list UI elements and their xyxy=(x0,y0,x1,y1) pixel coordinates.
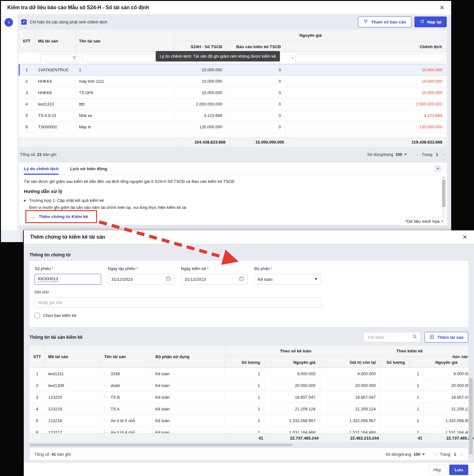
cell-asset-code: TS000002 xyxy=(35,121,76,132)
cell-asset-code: 1VATKIENTRUC xyxy=(35,64,76,75)
report-check-modal: Kiểm tra dữ liệu báo cáo Mẫu số S24-H - … xyxy=(1,1,451,230)
close-icon[interactable]: × xyxy=(440,4,444,11)
cell-s24h-value: 15.000.000 xyxy=(174,87,227,98)
cell-diff-value: 10.000.000 xyxy=(286,64,447,75)
search-icon[interactable] xyxy=(412,334,417,340)
cell-report-value: 0 xyxy=(227,133,286,137)
cell-asset-code: test1311 xyxy=(45,368,101,379)
cell-asset-name: 1 xyxy=(76,64,174,75)
asset-table-row[interactable]: 5 123218 Xe ô tô 5 chỗ Kế toán 1 1.332.0… xyxy=(29,415,468,427)
next-page-button[interactable]: › xyxy=(442,152,445,157)
ngay-kiem-ke-field: Ngày kiểm kê* 31/12/2023 xyxy=(181,266,248,285)
demo-data-watermark: *Dữ liệu minh họa xyxy=(401,218,447,225)
report-modal-title: Kiểm tra dữ liệu báo cáo Mẫu số S24-H - … xyxy=(7,5,149,10)
refresh-icon xyxy=(420,19,425,25)
cell-stt: 2 xyxy=(29,380,45,391)
vertical-scrollbar[interactable] xyxy=(469,378,473,454)
ban-kiem-ke-checkbox[interactable]: Chọn ban kiểm kê xyxy=(35,313,463,318)
col-group-nguyen-gia: Nguyên giá S24H - Sổ TSCĐ Báo cáo kiểm k… xyxy=(174,30,447,52)
tree-indent-icon xyxy=(104,371,108,374)
add-inventory-doc-link[interactable]: Thêm chứng từ Kiểm kê xyxy=(39,214,88,219)
asset-table-row[interactable]: 1 test1311 3338 Kế toán 1 9.000.000 9.00… xyxy=(29,368,468,380)
cell-asset-name: TS B xyxy=(101,391,152,403)
cell-qty-inv: 1 xyxy=(380,368,424,379)
asset-table-row[interactable]: 4 123219 TS A Kế toán 1 21.209.124 21.20… xyxy=(29,403,468,415)
per-page-label: Số dòng/trang xyxy=(385,452,411,457)
cell-asset-name: Máy in xyxy=(76,121,174,132)
report-table-row[interactable]: 2 HHKK4 máy tính 1111 10.000.000 0 10.00… xyxy=(19,76,447,87)
scrollbar-thumb[interactable] xyxy=(442,180,445,207)
report-table-row[interactable]: 4 test1310 ttttt 2.000.000.000 0 2.000.0… xyxy=(19,99,447,110)
asset-table-row[interactable]: 3 123220 TS B Kế toán 1 18.657.047 18.65… xyxy=(29,391,468,403)
cell-remaining: 1.531.164.468 xyxy=(320,427,380,433)
asset-search-input[interactable] xyxy=(367,335,412,340)
tab-lich-su-bien-dong[interactable]: Lịch sử biến động xyxy=(70,166,107,175)
page-label: Trang xyxy=(422,152,432,157)
tab-ly-do-chenh-lech[interactable]: Lý do chênh lệch xyxy=(24,166,59,175)
col-stt: STT xyxy=(19,30,35,52)
add-asset-button[interactable]: Thêm tài sản xyxy=(425,332,468,343)
save-button[interactable]: Lưu xyxy=(449,465,468,475)
inventory-modal-header: Thêm chứng từ kiểm kê tài sản × xyxy=(24,230,474,244)
cell-qty-inv: 1 xyxy=(380,415,424,426)
per-page-select[interactable]: 100 xyxy=(395,152,407,157)
cell-stt: 7 xyxy=(19,133,35,137)
cell-cost-acc: 20.000.000 xyxy=(265,380,320,391)
cell-dept: Kế toán xyxy=(152,391,225,403)
cell-diff-value: 15.000.000 xyxy=(286,87,447,98)
caret-down-icon[interactable] xyxy=(441,221,444,222)
prev-page-button[interactable]: ‹ xyxy=(434,452,438,457)
report-table-row[interactable]: 3 HHKK6 TS DFK 15.000.000 0 15.000.000 xyxy=(19,87,447,99)
bo-phan-field: Bộ phận* Kế toán xyxy=(254,266,321,285)
calendar-icon[interactable] xyxy=(166,276,171,282)
ghi-chu-input[interactable] xyxy=(35,297,321,307)
expand-panel-button[interactable]: › xyxy=(4,18,13,27)
checkbox-checked-icon: ✓ xyxy=(21,19,27,25)
reload-button[interactable]: Nạp lại xyxy=(414,16,447,27)
add-inventory-doc-highlight[interactable]: → Thêm chứng từ Kiểm kê xyxy=(25,210,97,223)
cell-asset-name: Nhà xe xyxy=(76,110,174,121)
current-page: 1 xyxy=(434,152,439,157)
close-icon[interactable]: × xyxy=(463,233,467,241)
report-table-row[interactable]: 5 TS-5.9.23 Nhà xe 4.123.668 0 4.123.668 xyxy=(19,110,447,121)
cell-cost-inv: 9.000.000 xyxy=(424,368,468,379)
panel-scrollbar[interactable]: ▲ xyxy=(442,176,446,222)
col-name: Tên tài sản xyxy=(76,30,174,52)
report-table-row[interactable]: 7 TS000004.01 Máy in 225.000.000 0 225.0… xyxy=(19,133,447,137)
asset-table-row[interactable]: 2 test1309 dsdd Kế toán 1 20.000.000 20.… xyxy=(29,380,468,391)
asset-table-row[interactable]: 6 123217 Xe ô tô 4 chỗ Kế toán 1 1.531.1… xyxy=(29,427,468,433)
tree-indent-icon xyxy=(104,383,108,386)
cell-remaining: 9.000.000 xyxy=(320,368,380,379)
cell-asset-name: 3338 xyxy=(101,368,152,379)
scroll-up-icon[interactable]: ▲ xyxy=(443,176,445,179)
cell-cost-acc: 18.657.047 xyxy=(265,391,320,403)
cell-cost-acc: 1.531.164.468 xyxy=(265,427,320,433)
cell-report-value: 0 xyxy=(227,121,286,132)
equals-operator[interactable]: = xyxy=(291,56,294,61)
diff-only-checkbox[interactable]: ✓ Chỉ hiện thị các dòng phát sinh chênh … xyxy=(21,19,107,25)
background-fragment xyxy=(1,230,23,242)
bo-phan-select[interactable]: Kế toán xyxy=(254,274,321,285)
prev-page-button[interactable]: ‹ xyxy=(416,152,419,157)
report-table-row[interactable]: 1 1VATKIENTRUC 1 10.000.000 0 10.000.000 xyxy=(19,64,447,76)
cancel-button[interactable]: Hủy xyxy=(428,465,446,475)
asset-pagination: Tổng số: 41 bản ghi Số dòng/trang 100 ‹ … xyxy=(29,448,468,460)
diff-reason-panel: Lý do chênh lệch Lịch sử biến động Tài s… xyxy=(19,163,447,225)
next-page-button[interactable]: › xyxy=(460,452,464,457)
required-mark: * xyxy=(270,266,272,271)
ngay-kiem-ke-input[interactable]: 31/12/2023 xyxy=(181,274,248,285)
funnel-icon[interactable] xyxy=(72,56,76,61)
collapse-panel-button[interactable] xyxy=(434,165,442,172)
total-label: Tổng số: xyxy=(34,452,50,457)
so-phieu-input[interactable]: KK000013 xyxy=(35,274,101,285)
horizontal-scrollbar[interactable] xyxy=(29,444,293,446)
ngay-lap-phieu-input[interactable]: 31/12/2023 xyxy=(108,274,174,285)
cell-dept: Kế toán xyxy=(152,368,225,379)
col-actions: Chức năng xyxy=(453,345,468,368)
calendar-icon[interactable] xyxy=(239,276,244,282)
diff-filter-input[interactable] xyxy=(295,54,445,62)
report-table-row[interactable]: 6 TS000002 Máy in 135.000.000 0 135.000.… xyxy=(19,121,447,133)
per-page-select[interactable]: 100 xyxy=(413,452,425,457)
report-params-button[interactable]: Tham số báo cáo xyxy=(358,16,411,27)
total-count: 21 xyxy=(37,152,42,157)
